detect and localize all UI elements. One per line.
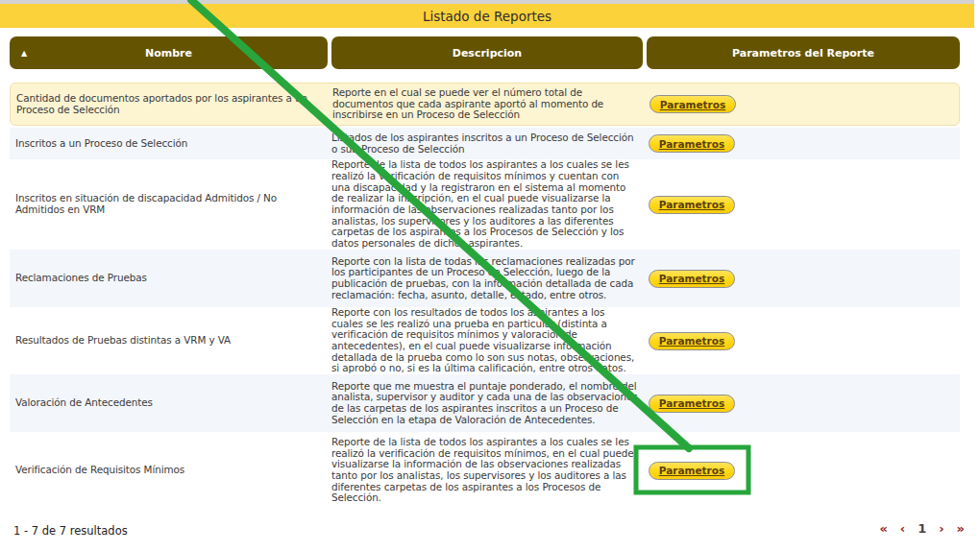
report-description: Reporte con los resultados de todos los … (331, 307, 643, 374)
report-description: Reporte de la lista de todos los aspiran… (331, 437, 643, 504)
parametros-button[interactable]: Parametros (649, 95, 736, 113)
column-label-descripcion: Descripcion (453, 47, 522, 60)
page-title-bar: Listado de Reportes (0, 4, 974, 28)
parametros-button[interactable]: Parametros (649, 134, 735, 153)
table-row-cantidad-documentos[interactable]: Cantidad de documentos aportados por los… (10, 83, 960, 126)
report-name: Valoración de Antecedentes (10, 397, 328, 409)
report-name: Inscritos a un Proceso de Selección (10, 138, 328, 150)
column-label-parametros: Parametros del Reporte (732, 47, 874, 60)
table-row-inscritos-discapacidad[interactable]: Inscritos en situación de discapacidad A… (10, 159, 960, 250)
report-name: Inscritos en situación de discapacidad A… (10, 193, 328, 215)
report-description: Reporte con la lista de todas las reclam… (331, 256, 643, 301)
table-row-inscritos-proceso[interactable]: Inscritos a un Proceso de Selección List… (10, 128, 960, 159)
column-label-nombre: Nombre (145, 47, 192, 60)
first-page-button[interactable]: « (879, 521, 887, 536)
table-row-resultados-pruebas[interactable]: Resultados de Pruebas distintas a VRM y … (10, 307, 960, 374)
prev-page-button[interactable]: ‹ (900, 521, 905, 536)
table-body: Cantidad de documentos aportados por los… (10, 83, 960, 509)
report-description: Listados de los aspirantes inscritos a u… (331, 132, 643, 155)
report-name: Verificación de Requisitos Mínimos (10, 465, 328, 476)
parametros-button[interactable]: Parametros (649, 395, 735, 413)
page-number[interactable]: 1 (918, 521, 926, 536)
parametros-button[interactable]: Parametros (649, 196, 735, 214)
report-description: Reporte en el cual se puede ver el númer… (332, 87, 644, 121)
column-header-descripcion[interactable]: Descripcion (331, 36, 643, 69)
last-page-button[interactable]: » (957, 521, 965, 536)
parametros-button[interactable]: Parametros (649, 270, 735, 288)
table-row-valoracion-antecedentes[interactable]: Valoración de Antecedentes Reporte que m… (10, 374, 960, 432)
table-header: ▲ Nombre Descripcion Parametros del Repo… (10, 36, 960, 69)
table-row-reclamaciones[interactable]: Reclamaciones de Pruebas Reporte con la … (10, 250, 960, 307)
sort-asc-icon[interactable]: ▲ (21, 49, 27, 58)
report-description: Reporte de la lista de todos los aspiran… (331, 159, 643, 250)
next-page-button[interactable]: › (939, 521, 943, 536)
report-description: Reporte que me muestra el puntaje ponder… (331, 381, 643, 426)
paginator: « ‹ 1 › » (879, 521, 965, 536)
table-row-verificacion-requisitos[interactable]: Verificación de Requisitos Mínimos Repor… (10, 432, 960, 509)
column-header-nombre[interactable]: ▲ Nombre (10, 36, 328, 69)
parametros-button[interactable]: Parametros (649, 332, 735, 350)
column-header-parametros[interactable]: Parametros del Reporte (647, 36, 960, 69)
results-count: 1 - 7 de 7 resultados (13, 524, 128, 538)
report-name: Resultados de Pruebas distintas a VRM y … (10, 335, 328, 347)
report-name: Cantidad de documentos aportados por los… (11, 93, 329, 115)
page-title: Listado de Reportes (423, 9, 551, 24)
parametros-button-verificacion[interactable]: Parametros (649, 462, 735, 480)
report-name: Reclamaciones de Pruebas (10, 273, 328, 284)
